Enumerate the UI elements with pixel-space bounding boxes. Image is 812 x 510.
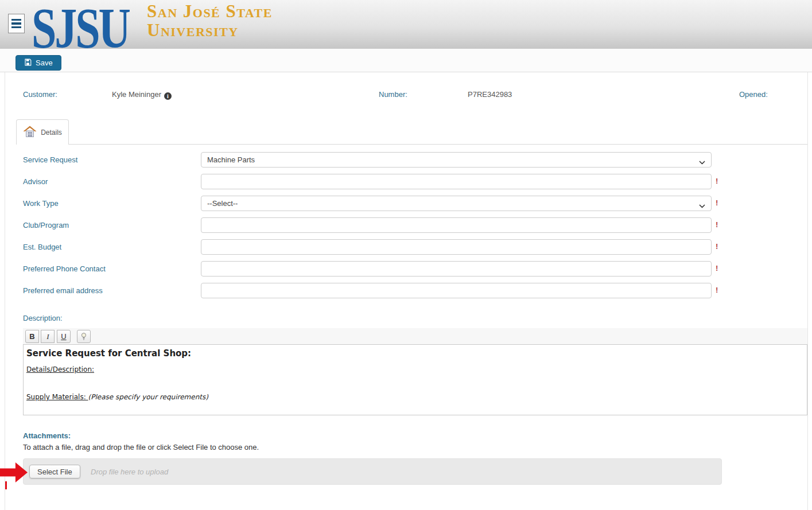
red-arrow-tail bbox=[5, 481, 7, 489]
customer-value: Kyle Meiningeri bbox=[112, 90, 172, 100]
required-marker: ! bbox=[716, 261, 718, 276]
preferred-email-label: Preferred email address bbox=[23, 283, 103, 298]
editor-supply-line: Supply Materials: (Please specify your r… bbox=[26, 393, 208, 401]
attachments-instruction: To attach a file, drag and drop the file… bbox=[23, 443, 259, 451]
service-request-label: Service Request bbox=[23, 152, 77, 168]
form-row-work-type: Work Type --Select-- ! bbox=[5, 196, 807, 211]
sjsu-logo: SJSU bbox=[32, 0, 129, 49]
select-file-button[interactable]: Select File bbox=[29, 465, 80, 478]
file-dropzone[interactable]: Select File Drop file here to upload bbox=[23, 458, 722, 485]
work-type-select[interactable]: --Select-- bbox=[201, 196, 712, 211]
form-row-preferred-phone: Preferred Phone Contact ! bbox=[5, 261, 807, 277]
form-panel: Customer: Kyle Meiningeri Number: P7RE34… bbox=[5, 72, 808, 510]
service-request-select[interactable]: Machine Parts bbox=[201, 152, 712, 168]
supply-materials-label: Supply Materials: bbox=[26, 393, 88, 401]
bold-button[interactable]: B bbox=[25, 330, 39, 343]
form-row-preferred-email: Preferred email address ! bbox=[5, 283, 807, 298]
opened-label: Opened: bbox=[739, 90, 768, 99]
save-button[interactable]: Save bbox=[15, 55, 61, 71]
supply-materials-note: (Please specify your requirements) bbox=[88, 393, 208, 401]
editor-details-line: Details/Description: bbox=[26, 365, 94, 373]
info-icon[interactable]: i bbox=[164, 92, 172, 100]
advisor-label: Advisor bbox=[23, 174, 48, 189]
chevron-down-icon bbox=[698, 157, 706, 171]
action-toolbar: Save bbox=[0, 49, 812, 72]
hamburger-menu-icon[interactable] bbox=[8, 14, 25, 33]
university-name-line1: San José State bbox=[147, 2, 273, 21]
club-program-label: Club/Program bbox=[23, 217, 69, 233]
est-budget-input[interactable] bbox=[201, 239, 712, 255]
customer-label: Customer: bbox=[23, 90, 57, 99]
university-name-line2: University bbox=[147, 21, 273, 40]
page: SJSU San José State University Save Cust… bbox=[0, 0, 812, 510]
required-marker: ! bbox=[716, 196, 718, 211]
drop-hint-text: Drop file here to upload bbox=[91, 459, 168, 485]
preferred-phone-label: Preferred Phone Contact bbox=[23, 261, 106, 277]
home-icon bbox=[23, 126, 37, 139]
attachments-label: Attachments: bbox=[23, 431, 71, 440]
save-icon bbox=[24, 59, 32, 68]
work-type-label: Work Type bbox=[23, 196, 59, 211]
tab-details-label: Details bbox=[41, 129, 62, 137]
number-value: P7RE342983 bbox=[468, 90, 512, 99]
university-name: San José State University bbox=[147, 2, 273, 40]
form-row-service-request: Service Request Machine Parts bbox=[5, 152, 807, 168]
required-marker: ! bbox=[716, 239, 718, 254]
italic-button[interactable]: I bbox=[41, 330, 55, 343]
required-marker: ! bbox=[716, 283, 718, 298]
tab-details[interactable]: Details bbox=[16, 119, 69, 145]
lightbulb-icon[interactable] bbox=[77, 330, 91, 343]
preferred-email-input[interactable] bbox=[201, 283, 712, 298]
number-label: Number: bbox=[379, 90, 407, 99]
record-info-row: Customer: Kyle Meiningeri Number: P7RE34… bbox=[5, 90, 807, 100]
required-marker: ! bbox=[716, 217, 718, 232]
description-label: Description: bbox=[23, 314, 63, 322]
description-editor[interactable]: Service Request for Central Shop: Detail… bbox=[23, 345, 807, 415]
underline-button[interactable]: U bbox=[57, 330, 71, 343]
tab-divider bbox=[16, 144, 807, 145]
form-row-club-program: Club/Program ! bbox=[5, 217, 807, 233]
chevron-down-icon bbox=[698, 200, 706, 215]
preferred-phone-input[interactable] bbox=[201, 261, 712, 277]
club-program-input[interactable] bbox=[201, 217, 712, 233]
header: SJSU San José State University bbox=[0, 0, 812, 49]
est-budget-label: Est. Budget bbox=[23, 239, 61, 255]
editor-heading: Service Request for Central Shop: bbox=[26, 348, 191, 359]
advisor-input[interactable] bbox=[201, 174, 712, 189]
form-row-advisor: Advisor ! bbox=[5, 174, 807, 189]
editor-toolbar: B I U bbox=[23, 328, 807, 345]
required-marker: ! bbox=[716, 174, 718, 189]
save-button-label: Save bbox=[36, 59, 53, 67]
form-row-est-budget: Est. Budget ! bbox=[5, 239, 807, 255]
